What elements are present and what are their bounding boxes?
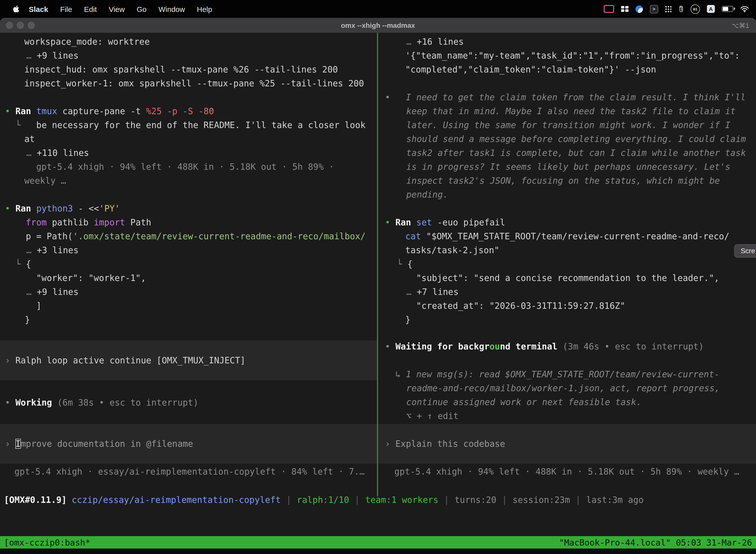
- right-terminal-pane[interactable]: … +16 lines'{"team_name":"my-team","task…: [378, 33, 756, 496]
- line-text: }: [0, 313, 377, 327]
- screen-bottom-strip: [0, 549, 756, 554]
- text-segment: is in progress? It seems likely but perh…: [406, 162, 730, 172]
- line-text: • Working (6m 38s • esc to interrupt): [0, 396, 377, 409]
- line-text: • Ran python3 - <<'PY': [0, 202, 377, 215]
- text-segment: └: [15, 259, 26, 269]
- terminal-line: inspect_hud: omx sparkshell --tmux-pane …: [0, 63, 377, 76]
- terminal-line: "subject": "send a concise recommendatio…: [378, 271, 756, 285]
- new-message-notice: ↳ 1 new msg(s): read $OMX_TEAM_STATE_ROO…: [378, 367, 756, 381]
- terminal-line: pending.: [378, 188, 756, 202]
- text-segment: pending.: [406, 189, 448, 200]
- separator: |: [502, 495, 507, 505]
- text-segment: (6m 38s • esc to interrupt): [52, 398, 198, 407]
- text-segment: tmux: [31, 106, 57, 116]
- text-segment: •: [5, 398, 15, 407]
- ran-set-line: • Ran set -euo pipefail: [378, 215, 756, 229]
- text-segment: +9 lines: [37, 51, 79, 61]
- text-segment: …: [406, 287, 417, 297]
- text-segment: tasks/task-2.json": [405, 245, 499, 255]
- text-segment: %25 -p -S -80: [146, 106, 214, 116]
- blue-app-icon[interactable]: [635, 5, 643, 13]
- wifi-icon[interactable]: [740, 5, 749, 12]
- line-text: ↳ 1 new msg(s): read $OMX_TEAM_STATE_ROO…: [378, 367, 756, 381]
- text-segment: …: [26, 51, 37, 61]
- text-segment: inspect_hud: omx sparkshell --tmux-pane …: [24, 64, 338, 74]
- terminal-line: p = Path('.omx/state/team/review-current…: [0, 229, 377, 243]
- left-terminal-pane[interactable]: workspace_mode: worktree… +9 linesinspec…: [0, 33, 378, 496]
- terminal-app-icon[interactable]: >: [650, 5, 658, 13]
- composer-input-left[interactable]: › Improve documentation in @filename: [0, 424, 377, 464]
- text-segment: p = Path(: [26, 231, 73, 241]
- turns-counter: turns:20: [455, 495, 497, 505]
- clip-icon[interactable]: [679, 5, 684, 13]
- terminal-line: tasks/task-2.json": [378, 243, 756, 257]
- ran-tmux-line: • Ran tmux capture-pane -t %25 -p -S -80: [0, 104, 377, 118]
- text-segment: readme-and-reco/mailbox/worker-1.json, a…: [406, 383, 720, 393]
- terminal-line: "created_at": "2026-03-31T11:59:27.816Z": [378, 299, 756, 313]
- line-text: inspect_hud: omx sparkshell --tmux-pane …: [0, 63, 377, 76]
- text-segment: •: [5, 204, 15, 214]
- text-segment: ›: [5, 355, 15, 365]
- text-segment: I need to get the claim token from the c…: [406, 92, 746, 102]
- window-titlebar[interactable]: omx --xhigh --madmax ⌥⌘1: [0, 18, 756, 33]
- menu-window[interactable]: Window: [159, 5, 185, 13]
- menu-app-name[interactable]: Slack: [29, 5, 48, 13]
- window-grid-icon[interactable]: [621, 6, 629, 12]
- menu-help[interactable]: Help: [197, 5, 212, 13]
- app-grid-icon[interactable]: [665, 6, 672, 12]
- terminal-line: '{"team_name":"my-team","task_id":"1","f…: [378, 49, 756, 63]
- menu-edit[interactable]: Edit: [84, 5, 97, 13]
- text-segment: •: [385, 92, 406, 102]
- text-segment: +9 lines: [37, 287, 79, 297]
- text-segment: "subject": "send a concise recommendatio…: [416, 273, 719, 283]
- text-segment: …: [26, 148, 37, 158]
- input-source-letter: A: [709, 6, 713, 12]
- text-segment: ›: [5, 439, 15, 449]
- menu-file[interactable]: File: [60, 5, 72, 13]
- text-segment: inspect task2's JSON, focusing on the st…: [406, 176, 720, 186]
- text-segment: └: [397, 259, 407, 269]
- menu-go[interactable]: Go: [137, 5, 146, 13]
- text-segment: }: [405, 315, 411, 325]
- desktop: Slack File Edit View Go Window Help >: [0, 0, 756, 554]
- text-segment: }: [25, 315, 30, 325]
- terminal-line: └ {: [378, 257, 756, 271]
- menu-view[interactable]: View: [109, 5, 125, 13]
- line-text: "subject": "send a concise recommendatio…: [378, 271, 756, 285]
- screen-recording-icon[interactable]: [604, 5, 614, 13]
- battery-icon[interactable]: [722, 6, 733, 12]
- terminal-line: at: [0, 132, 377, 146]
- terminal-line: workspace_mode: worktree: [0, 35, 377, 49]
- text-segment: '.omx/state/team/review-current-readme-a…: [73, 231, 366, 241]
- separator: |: [575, 495, 581, 505]
- line-text: later. Using the same for transition mig…: [378, 118, 756, 132]
- terminal-content: workspace_mode: worktree… +9 linesinspec…: [0, 33, 756, 554]
- terminal-line: should send a message before completing …: [378, 132, 756, 146]
- line-text: ]: [0, 299, 377, 313]
- text-segment: ou: [489, 341, 500, 351]
- text-segment: ›: [385, 439, 395, 449]
- apple-menu-icon[interactable]: [13, 5, 19, 13]
- text-segment: mprove documentation in @filename: [20, 439, 193, 449]
- composer-input-right[interactable]: › Explain this codebase: [378, 424, 756, 464]
- text-segment: +3 lines: [37, 245, 79, 255]
- screenshot-toast[interactable]: Scre: [734, 244, 756, 258]
- text-segment: nd terminal: [500, 341, 558, 351]
- line-text: └ {: [378, 257, 756, 271]
- input-source-icon[interactable]: A: [707, 5, 715, 13]
- line-text: from pathlib import Path: [0, 215, 377, 229]
- separator: |: [286, 495, 292, 505]
- session-duration: session:23m: [512, 495, 570, 505]
- terminal-line: cat "$OMX_TEAM_STATE_ROOT/team/review-cu…: [378, 229, 756, 243]
- edit-hint: ⌥ + ↑ edit: [378, 409, 756, 423]
- line-text: is in progress? It seems likely but perh…: [378, 160, 756, 174]
- omx-project-path: cczip/essay/ai-reimplementation-copyleft: [72, 495, 281, 505]
- line-text: › Improve documentation in @filename: [0, 437, 377, 451]
- terminal-line: inspect task2's JSON, focusing on the st…: [378, 174, 756, 188]
- line-text: gpt-5.4 xhigh · 94% left · 488K in · 5.1…: [0, 160, 377, 174]
- text-segment: (3m 46s • esc to interrupt): [557, 341, 704, 351]
- ralph-loop-banner[interactable]: › Ralph loop active continue [OMX_TMUX_I…: [0, 340, 377, 380]
- gauge-value: 61: [693, 7, 697, 11]
- text-segment: Path: [125, 217, 151, 227]
- gauge-61-icon[interactable]: 61: [691, 4, 700, 14]
